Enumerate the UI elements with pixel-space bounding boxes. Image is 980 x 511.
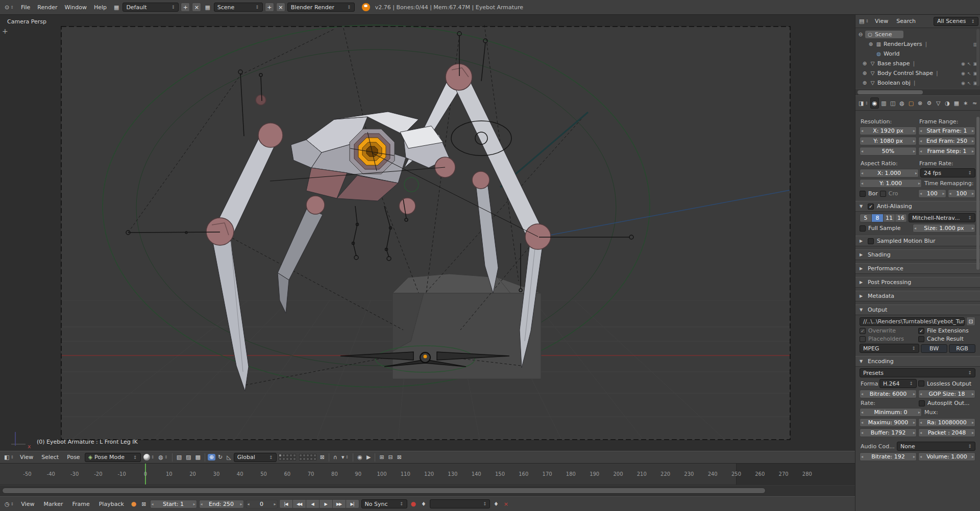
file-extensions-checkbox[interactable]: File Extensions <box>918 327 975 334</box>
restrict-view-eye-icon[interactable]: ◉ <box>961 71 965 76</box>
properties-scrollbar[interactable] <box>976 117 979 270</box>
tl-menu-marker[interactable]: Marker <box>40 501 66 507</box>
outliner-menu-search[interactable]: Search <box>893 18 919 24</box>
audio-bitrate-field[interactable]: Bitrate: 192 <box>860 452 917 461</box>
paste-flipped-pose-button[interactable]: ⊠ <box>396 454 403 461</box>
editor-type-properties-icon[interactable]: ◨ ↕ <box>857 100 870 107</box>
outliner-h-scrollbar-thumb[interactable] <box>857 90 923 94</box>
browse-folder-button[interactable]: ⊡ <box>966 317 975 326</box>
delete-layout-button[interactable]: × <box>192 3 201 12</box>
play-reverse-button[interactable]: ◀ <box>306 499 320 508</box>
remap-new-field[interactable]: 100 <box>948 189 976 198</box>
mux-rate-field[interactable]: Ra: 10080000 <box>918 418 975 427</box>
tab-material[interactable]: ◑ <box>943 97 952 109</box>
rate-minimum-field[interactable]: Minimum: 0 <box>860 408 922 417</box>
aa-filter-selector[interactable]: Mitchell-Netrav... <box>909 213 975 222</box>
add-scene-button[interactable]: + <box>265 3 274 12</box>
opengl-render-button[interactable]: ◉ <box>356 454 364 461</box>
mux-packet-size-field[interactable]: Packet : 2048 <box>918 428 975 437</box>
anti-aliasing-panel-header[interactable]: ▼ Anti-Aliasing <box>855 201 980 212</box>
resolution-y-field[interactable]: Y: 1080 px <box>860 137 917 145</box>
armature-layers-grid[interactable] <box>279 454 296 461</box>
outliner-menu-view[interactable]: View <box>871 18 892 24</box>
screen-layout-selector[interactable]: Default <box>122 3 179 12</box>
delete-scene-button[interactable]: × <box>276 3 285 12</box>
timeline-scrollbar-thumb[interactable] <box>2 488 766 494</box>
start-frame-field[interactable]: Start: 1 <box>150 500 197 508</box>
tab-render-layers[interactable]: ▥ <box>879 97 888 109</box>
outliner-row-renderlayers[interactable]: ⊕ ▥ RenderLayers | ▥ <box>855 39 980 49</box>
crop-checkbox[interactable]: Cro <box>880 190 898 197</box>
end-frame-field-props[interactable]: End Fram: 250 <box>918 137 975 145</box>
jump-to-end-button[interactable]: ▶| <box>346 499 359 508</box>
tl-menu-playback[interactable]: Playback <box>95 501 128 507</box>
frame-step-field[interactable]: Frame Step: 1 <box>918 147 975 156</box>
restrict-view-eye-icon[interactable]: ◉ <box>961 81 965 86</box>
expand-icon[interactable]: ⊕ <box>862 80 868 86</box>
outliner-row-body-control-shape[interactable]: ⊕ ▽ Body Control Shape | ◉ ↖ ▣ <box>855 68 980 78</box>
snap-element-selector[interactable]: ▾ ↕ <box>340 454 350 461</box>
placeholders-checkbox[interactable]: Placeholders <box>860 336 917 342</box>
restrict-select-pointer-icon[interactable]: ↖ <box>967 61 971 66</box>
performance-panel-header[interactable]: ▶ Performance <box>855 263 980 274</box>
current-frame-field[interactable]: 0 <box>246 500 278 508</box>
mask-mode-3-button[interactable]: ▩ <box>193 454 202 461</box>
menu-help[interactable]: Help <box>90 4 110 11</box>
overwrite-checkbox[interactable]: Overwrite <box>860 327 917 334</box>
snap-magnet-button[interactable]: ∩ <box>332 454 339 461</box>
codec-selector[interactable]: H.264 <box>879 379 917 388</box>
fps-selector[interactable]: 24 fps <box>920 168 975 177</box>
lock-icon[interactable]: ⊠ <box>318 454 326 461</box>
autosplit-checkbox[interactable]: Autosplit Out... <box>919 400 975 406</box>
outliner-row-world[interactable]: ◍ World <box>855 49 980 59</box>
scene-selector[interactable]: Scene <box>214 3 263 12</box>
tab-object[interactable]: ▢ <box>906 97 915 109</box>
editor-type-timeline-icon[interactable]: ◷ ↕ <box>3 501 15 507</box>
outliner-v-scrollbar[interactable] <box>976 29 979 86</box>
mode-selector[interactable]: ◈ Pose Mode <box>85 453 141 462</box>
tab-particles[interactable]: ∗ <box>961 97 970 109</box>
timeline[interactable]: -50-40-30-20-100102030405060708090100110… <box>0 464 855 496</box>
manipulator-rotate-button[interactable]: ↻ <box>216 454 224 461</box>
encoding-panel-header[interactable]: ▼ Encoding <box>855 356 980 367</box>
aa-samples-5[interactable]: 5 <box>860 214 872 222</box>
add-layout-button[interactable]: + <box>181 3 190 12</box>
scene-browse-icon[interactable]: ▦ <box>203 4 211 11</box>
vp-menu-select[interactable]: Select <box>38 454 62 461</box>
file-format-selector[interactable]: MPEG <box>860 344 919 353</box>
drawtype-selector[interactable]: ◍ ↕ <box>157 454 169 461</box>
cache-result-checkbox[interactable]: Cache Result <box>918 336 975 342</box>
restrict-view-eye-icon[interactable]: ◉ <box>961 61 965 66</box>
vp-menu-view[interactable]: View <box>16 454 37 461</box>
tab-physics[interactable]: ≈ <box>970 97 979 109</box>
color-mode-rgb-button[interactable]: RGB <box>949 344 975 353</box>
render-engine-selector[interactable]: Blender Render <box>287 3 355 12</box>
insert-keyframe-button[interactable]: ♦ <box>492 501 500 507</box>
aa-samples-8[interactable]: 8 <box>871 214 884 222</box>
collapse-icon[interactable]: ⊖ <box>857 32 864 37</box>
outliner-row-boolean-obj[interactable]: ⊕ ▽ Boolean obj | ◉ ↖ ▣ <box>855 78 980 88</box>
preview-range-record-icon[interactable]: ● <box>130 500 138 507</box>
shading-panel-header[interactable]: ▶ Shading <box>855 249 980 260</box>
timeline-scrollbar[interactable] <box>0 486 855 496</box>
screen-layout-icon[interactable]: ▦ <box>112 4 120 11</box>
color-mode-bw-button[interactable]: BW <box>921 344 947 353</box>
editor-type-outliner-icon[interactable]: ▤ ↕ <box>857 18 870 24</box>
tab-world[interactable]: ◍ <box>898 97 906 109</box>
expand-icon[interactable]: ⊕ <box>862 61 868 66</box>
aa-samples-11[interactable]: 11 <box>883 214 895 222</box>
aspect-x-field[interactable]: X: 1.000 <box>860 169 919 177</box>
aa-samples-16[interactable]: 16 <box>895 214 907 222</box>
tl-menu-view[interactable]: View <box>17 501 38 507</box>
copy-pose-button[interactable]: ⊞ <box>378 454 385 461</box>
rate-buffer-field[interactable]: Buffer: 1792 <box>860 428 917 437</box>
paste-pose-button[interactable]: ⊟ <box>387 454 395 461</box>
output-path-field[interactable]: //..\..\Renders\Turntables\Eyebot_Tur... <box>860 317 965 326</box>
post-processing-panel-header[interactable]: ▶ Post Processing <box>855 277 980 288</box>
lossless-output-checkbox[interactable]: Lossless Output <box>918 380 975 387</box>
output-panel-header[interactable]: ▼ Output <box>855 304 980 315</box>
tab-render[interactable]: ◉ <box>870 97 879 109</box>
border-checkbox[interactable]: Bor <box>860 190 878 197</box>
sync-mode-selector[interactable]: No Sync <box>361 499 407 508</box>
rate-maximum-field[interactable]: Maximu: 9000 <box>860 418 917 427</box>
